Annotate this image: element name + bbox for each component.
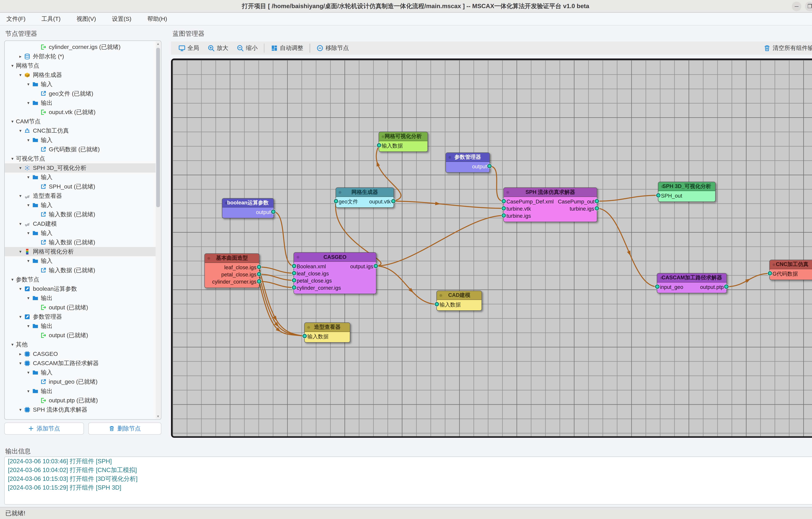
tree-row[interactable]: input_geo (已就绪) (5, 377, 155, 386)
output-port[interactable] (257, 279, 261, 283)
input-port[interactable] (656, 193, 661, 197)
tree-row[interactable]: SPH_out (已就绪) (5, 182, 155, 191)
tree-row[interactable]: ▾ 输出 (5, 386, 155, 396)
tree-expand-icon[interactable]: ▾ (17, 221, 24, 226)
tree-expand-icon[interactable]: ▾ (9, 277, 16, 282)
tree-row[interactable]: G代码数据 (已就绪) (5, 145, 155, 154)
input-port[interactable] (334, 199, 338, 203)
tree-row[interactable]: 输入数据 (已就绪) (5, 210, 155, 219)
tree-row[interactable]: ▾ 其他 (5, 340, 155, 349)
edge[interactable] (259, 267, 294, 273)
tree-expand-icon[interactable]: ▸ (17, 54, 24, 59)
input-port[interactable] (655, 284, 659, 289)
tree-row[interactable]: cylinder_corner.igs (已就绪) (5, 43, 155, 52)
edge[interactable] (259, 274, 294, 280)
tree-row[interactable]: ▾ 输入 (5, 228, 155, 238)
blueprint-canvas[interactable]: 网格可视化分析 输入数据 参数管理器 output 网格生成器 geo文件oup… (171, 58, 812, 438)
tree-row[interactable]: 输入数据 (已就绪) (5, 266, 155, 275)
menu-item[interactable]: 帮助(H) (147, 15, 167, 23)
tree-row[interactable]: ▾ CNC加工仿真 (5, 126, 155, 135)
tree-expand-icon[interactable]: ▾ (9, 63, 16, 68)
tree-expand-icon[interactable]: ▾ (25, 389, 32, 394)
tree-expand-icon[interactable]: ▾ (17, 249, 24, 254)
output-port[interactable] (257, 265, 261, 269)
graph-node-base[interactable]: 基本曲面造型 leaf_close.igspetal_close.igscyli… (204, 253, 260, 288)
output-port[interactable] (724, 284, 728, 289)
output-port[interactable] (487, 164, 492, 168)
tree-expand-icon[interactable]: ▾ (25, 230, 32, 236)
input-port[interactable] (768, 271, 772, 275)
edge[interactable] (376, 216, 504, 266)
input-port[interactable] (292, 271, 296, 275)
tree-expand-icon[interactable]: ▾ (17, 361, 24, 366)
tree-row[interactable]: ▾ 可视化节点 (5, 154, 155, 163)
toolbar-button[interactable]: 缩小 (233, 42, 262, 55)
output-port[interactable] (595, 199, 599, 203)
maximize-icon[interactable]: ❐ (805, 2, 812, 11)
tree-expand-icon[interactable]: ▾ (25, 101, 32, 106)
scroll-down-icon[interactable]: ▼ (155, 414, 160, 418)
tree-expand-icon[interactable]: ▾ (9, 342, 16, 347)
tree-row[interactable]: ouput.vtk (已就绪) (5, 108, 155, 117)
input-port[interactable] (292, 264, 296, 268)
tree-scrollbar[interactable]: ▲ ▼ (155, 42, 160, 419)
tree-expand-icon[interactable]: ▾ (25, 296, 32, 301)
tree-expand-icon[interactable]: ▾ (17, 407, 24, 412)
tree-expand-icon[interactable]: ▾ (17, 286, 24, 291)
tree-expand-icon[interactable]: ▾ (25, 82, 32, 87)
input-port[interactable] (292, 278, 296, 282)
graph-node-mesh-gen[interactable]: 网格生成器 geo文件ouput.vtk (336, 187, 394, 208)
toolbar-button[interactable]: 全局 (174, 42, 203, 55)
edge[interactable] (273, 212, 294, 266)
graph-node-param[interactable]: 参数管理器 output (445, 153, 490, 173)
output-log-box[interactable]: [2024-03-06 10:03:46] 打开组件 [SPH][2024-03… (4, 457, 812, 505)
toolbar-button[interactable]: 放大 (203, 42, 233, 55)
toolbar-button[interactable]: 移除节点 (312, 42, 353, 55)
graph-node-cnc[interactable]: CNC加工仿真 G代码数据 (769, 260, 812, 280)
tree-expand-icon[interactable]: ▾ (25, 324, 32, 329)
tree-expand-icon[interactable]: ▾ (17, 165, 24, 170)
menu-item[interactable]: 文件(F) (6, 15, 26, 23)
edge[interactable] (597, 195, 658, 201)
tree-expand-icon[interactable]: ▾ (25, 258, 32, 264)
tree-row[interactable]: ▾ 网格节点 (5, 61, 155, 71)
tree-expand-icon[interactable]: ▾ (9, 156, 16, 161)
tree-row[interactable]: ▾ boolean运算参数 (5, 284, 155, 294)
tree-row[interactable]: ▾ 输入 (5, 200, 155, 210)
graph-node-cascam[interactable]: CASCAM加工路径求解器 input_geooutput.ptp (657, 273, 727, 293)
graph-node-sph[interactable]: SPH 流体仿真求解器 CasePump_Def.xmlCasePump_out… (503, 187, 597, 222)
graph-node-boolean[interactable]: boolean运算参数 output (222, 198, 274, 218)
graph-node-casgeo[interactable]: CASGEO Boolean.xmloutput.igsleaf_close.i… (293, 252, 376, 294)
output-port[interactable] (391, 199, 396, 203)
tree-expand-icon[interactable]: ▾ (17, 193, 24, 198)
input-port[interactable] (292, 285, 296, 290)
tree-expand-icon[interactable]: ▾ (25, 202, 32, 208)
tree-row[interactable]: geo文件 (已就绪) (5, 89, 155, 98)
graph-node-mesh-viz[interactable]: 网格可视化分析 输入数据 (379, 132, 428, 152)
tree-row[interactable]: ▾ CASCAM加工路径求解器 (5, 359, 155, 368)
tree-expand-icon[interactable]: ▸ (17, 352, 24, 356)
output-port[interactable] (374, 264, 378, 268)
output-port[interactable] (595, 206, 599, 211)
tree-row[interactable]: ▾ 输出 (5, 98, 155, 108)
tree-expand-icon[interactable]: ▾ (17, 314, 24, 319)
tree-row[interactable]: output (已就绪) (5, 331, 155, 340)
edge[interactable] (490, 166, 504, 201)
minimize-icon[interactable]: ─ (792, 2, 802, 11)
tree-row[interactable]: ▾ 网格生成器 (5, 71, 155, 80)
tree-row[interactable]: ▾ CAM节点 (5, 117, 155, 126)
edge[interactable] (393, 201, 504, 208)
tree-row[interactable]: ▾ 输入 (5, 368, 155, 377)
add-node-button[interactable]: 添加节点 (4, 422, 84, 435)
menu-item[interactable]: 工具(T) (41, 15, 61, 23)
tree-row[interactable]: ▾ 网格可视化分析 (5, 247, 155, 256)
tree-row[interactable]: output.ptp (已就绪) (5, 396, 155, 405)
delete-node-button[interactable]: 删除节点 (88, 422, 162, 435)
menu-item[interactable]: 视图(V) (77, 15, 96, 23)
menu-item[interactable]: 设置(S) (112, 15, 132, 23)
tree-row[interactable]: ▾ 输入 (5, 136, 155, 145)
tree-row[interactable]: ▾ 输出 (5, 294, 155, 303)
scroll-up-icon[interactable]: ▲ (155, 42, 160, 46)
tree-row[interactable]: ▾ CAD建模 (5, 219, 155, 228)
scrollbar-thumb[interactable] (156, 48, 160, 207)
